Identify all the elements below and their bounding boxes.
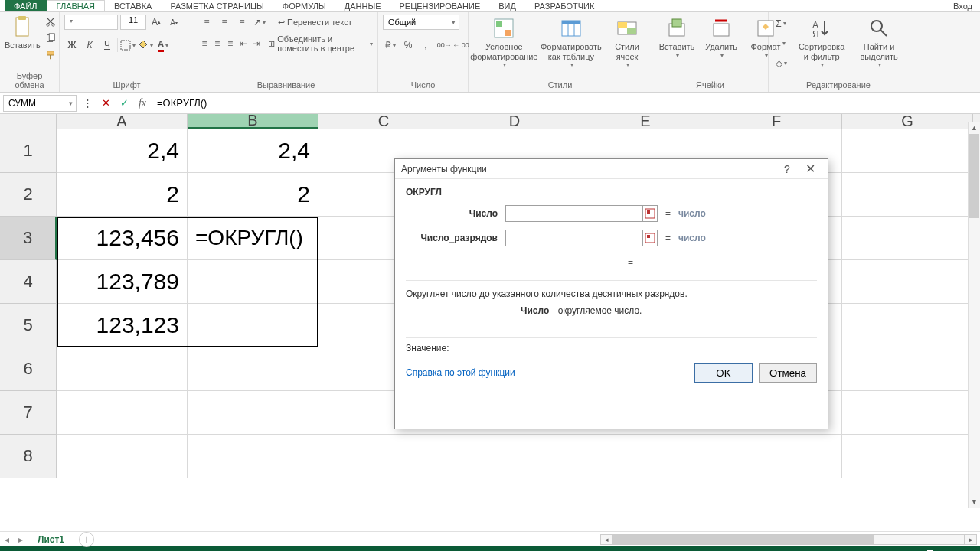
orientation-icon[interactable]: ↗ xyxy=(252,15,267,30)
cell-a1[interactable]: 2,4 xyxy=(57,129,188,173)
row-header-4[interactable]: 4 xyxy=(0,260,57,304)
dialog-close-icon[interactable]: ✕ xyxy=(799,161,822,176)
enter-formula-icon[interactable]: ✓ xyxy=(115,95,133,112)
col-header-b[interactable]: B xyxy=(188,114,318,129)
scroll-up-icon[interactable]: ▲ xyxy=(969,122,980,134)
col-header-a[interactable]: A xyxy=(57,114,188,129)
cell-g4[interactable] xyxy=(842,260,973,304)
align-middle-icon[interactable]: ≡ xyxy=(217,15,232,30)
cell-a5[interactable]: 123,123 xyxy=(57,304,188,347)
align-left-icon[interactable]: ≡ xyxy=(199,36,210,51)
cell-g8[interactable] xyxy=(842,435,973,478)
sheet-nav-prev-icon[interactable]: ◂ xyxy=(0,534,14,545)
arg1-range-picker-icon[interactable] xyxy=(642,205,658,222)
increase-indent-icon[interactable]: ⇥ xyxy=(251,36,262,51)
cell-b3[interactable]: =ОКРУГЛ() xyxy=(188,217,318,260)
align-right-icon[interactable]: ≡ xyxy=(225,36,236,51)
tab-home[interactable]: ГЛАВНАЯ xyxy=(47,0,105,11)
cell-b5[interactable] xyxy=(188,304,318,347)
format-as-table-button[interactable]: Форматировать как таблицу xyxy=(540,15,603,70)
cell-g7[interactable] xyxy=(842,391,973,435)
cell-styles-button[interactable]: Стили ячеек xyxy=(607,15,647,70)
col-header-e[interactable]: E xyxy=(580,114,711,129)
cell-b8[interactable] xyxy=(188,435,318,478)
insert-cells-button[interactable]: Вставить xyxy=(657,15,697,60)
cell-b1[interactable]: 2,4 xyxy=(188,129,318,173)
row-header-2[interactable]: 2 xyxy=(0,173,57,217)
font-size-select[interactable]: 11 xyxy=(120,15,146,30)
cell-b2[interactable]: 2 xyxy=(188,173,318,217)
copy-icon[interactable] xyxy=(45,33,56,44)
tab-developer[interactable]: РАЗРАБОТЧИК xyxy=(525,0,603,11)
name-box[interactable]: СУММ xyxy=(3,95,77,112)
comma-format-icon[interactable]: , xyxy=(418,37,433,53)
hscroll-right-icon[interactable]: ▸ xyxy=(965,534,977,545)
cell-a4[interactable]: 123,789 xyxy=(57,260,188,304)
dialog-titlebar[interactable]: Аргументы функции ? ✕ xyxy=(395,159,828,179)
cancel-button[interactable]: Отмена xyxy=(759,363,817,383)
align-bottom-icon[interactable]: ≡ xyxy=(234,15,250,30)
paste-button[interactable]: Вставить xyxy=(5,15,41,51)
cell-a2[interactable]: 2 xyxy=(57,173,188,217)
row-header-8[interactable]: 8 xyxy=(0,435,57,478)
add-sheet-button[interactable]: + xyxy=(79,532,94,547)
format-painter-icon[interactable] xyxy=(45,50,56,60)
accounting-format-icon[interactable]: ₽ xyxy=(383,37,398,53)
cell-g6[interactable] xyxy=(842,347,973,391)
function-help-link[interactable]: Справка по этой функции xyxy=(406,367,515,378)
arg2-input[interactable] xyxy=(505,230,643,246)
align-top-icon[interactable]: ≡ xyxy=(199,15,214,30)
cell-a6[interactable] xyxy=(57,347,188,391)
scroll-down-icon[interactable]: ▼ xyxy=(969,496,980,508)
cell-d8[interactable] xyxy=(449,435,580,478)
fill-color-button[interactable] xyxy=(138,37,153,53)
wrap-text-button[interactable]: ↩ Перенести текст xyxy=(278,18,352,28)
border-button[interactable] xyxy=(120,37,136,53)
cell-a7[interactable] xyxy=(57,391,188,435)
sheet-nav-next-icon[interactable]: ▸ xyxy=(14,534,28,545)
ok-button[interactable]: OK xyxy=(694,363,753,383)
formula-input[interactable]: =ОКРУГЛ() xyxy=(152,95,980,112)
arg2-range-picker-icon[interactable] xyxy=(642,230,658,246)
cell-b4[interactable] xyxy=(188,260,318,304)
bold-button[interactable]: Ж xyxy=(64,37,80,53)
autosum-icon[interactable]: Σ xyxy=(773,16,789,31)
row-header-3[interactable]: 3 xyxy=(0,217,57,260)
cell-g5[interactable] xyxy=(842,304,973,347)
align-center-icon[interactable]: ≡ xyxy=(212,36,223,51)
fill-icon[interactable]: ↓ xyxy=(773,36,789,51)
sheet-tab-1[interactable]: Лист1 xyxy=(28,533,74,546)
conditional-formatting-button[interactable]: Условное форматирование xyxy=(473,15,535,70)
row-header-6[interactable]: 6 xyxy=(0,347,57,391)
cell-e8[interactable] xyxy=(580,435,711,478)
tab-page-layout[interactable]: РАЗМЕТКА СТРАНИЦЫ xyxy=(161,0,273,11)
sign-in-link[interactable]: Вход xyxy=(953,2,980,11)
tab-insert[interactable]: ВСТАВКА xyxy=(105,0,161,11)
cell-f8[interactable] xyxy=(711,435,842,478)
increase-decimal-icon[interactable]: .00→ xyxy=(436,37,451,53)
sort-filter-button[interactable]: AЯ Сортировка и фильтр xyxy=(793,15,850,70)
decrease-decimal-icon[interactable]: ←.00 xyxy=(453,37,469,53)
hscroll-thumb[interactable] xyxy=(613,535,874,544)
col-header-c[interactable]: C xyxy=(318,114,449,129)
underline-button[interactable]: Ч xyxy=(100,37,115,53)
row-header-7[interactable]: 7 xyxy=(0,391,57,435)
merge-center-button[interactable]: ⊞ Объединить и поместить в центре xyxy=(268,34,373,53)
clear-icon[interactable]: ◇ xyxy=(773,56,789,71)
increase-font-icon[interactable]: A▴ xyxy=(149,15,164,30)
cell-b7[interactable] xyxy=(188,391,318,435)
vscroll-thumb[interactable] xyxy=(969,134,979,218)
cell-a3[interactable]: 123,456 xyxy=(57,217,188,260)
number-format-select[interactable]: Общий xyxy=(383,15,459,30)
cell-g3[interactable] xyxy=(842,217,973,260)
percent-format-icon[interactable]: % xyxy=(400,37,416,53)
horizontal-scrollbar[interactable] xyxy=(612,534,965,545)
decrease-indent-icon[interactable]: ⇤ xyxy=(238,36,249,51)
vertical-scrollbar[interactable]: ▲ ▼ xyxy=(968,122,980,508)
font-family-select[interactable] xyxy=(64,15,118,30)
row-header-1[interactable]: 1 xyxy=(0,129,57,173)
italic-button[interactable]: К xyxy=(82,37,97,53)
cell-g1[interactable] xyxy=(842,129,973,173)
cell-b6[interactable] xyxy=(188,347,318,391)
row-header-5[interactable]: 5 xyxy=(0,304,57,347)
